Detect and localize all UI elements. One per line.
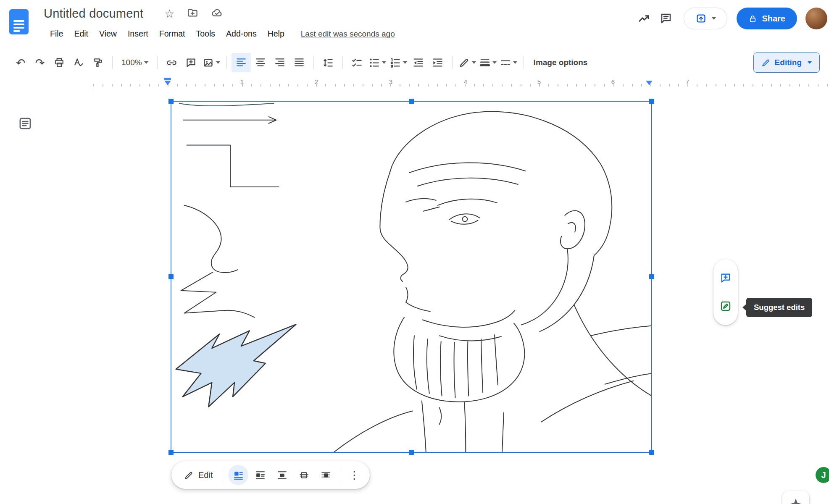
divider bbox=[524, 56, 524, 69]
move-to-folder-icon[interactable] bbox=[187, 7, 198, 20]
border-weight-button[interactable] bbox=[478, 53, 498, 72]
zoom-value: 100% bbox=[121, 58, 142, 67]
presence-badge: J bbox=[816, 467, 829, 483]
menu-bar: File Edit View Insert Format Tools Add-o… bbox=[45, 27, 395, 41]
add-comment-margin-button[interactable] bbox=[716, 269, 735, 287]
in-front-of-text-button[interactable] bbox=[316, 465, 336, 485]
border-color-pen-button[interactable] bbox=[457, 53, 478, 72]
google-docs-window: Untitled document ☆ File bbox=[0, 0, 829, 504]
spelling-check-button[interactable] bbox=[69, 53, 88, 72]
print-button[interactable] bbox=[50, 53, 69, 72]
image-edit-label: Edit bbox=[198, 470, 213, 480]
divider bbox=[342, 56, 343, 69]
ruler-number: 7 bbox=[682, 78, 693, 85]
add-comment-button[interactable] bbox=[182, 53, 201, 72]
border-dash-caret-icon bbox=[513, 61, 517, 64]
toolbar: ↶ ↷ 100% bbox=[0, 50, 829, 76]
align-left-button[interactable] bbox=[232, 53, 251, 72]
comment-history-icon[interactable] bbox=[655, 8, 677, 29]
selected-image[interactable] bbox=[171, 101, 652, 453]
ruler-number: 2 bbox=[311, 78, 322, 85]
suggest-edits-tooltip: Suggest edits bbox=[746, 298, 812, 317]
redo-button[interactable]: ↷ bbox=[30, 53, 50, 72]
explore-button[interactable] bbox=[782, 491, 809, 504]
increase-indent-button[interactable] bbox=[428, 53, 447, 72]
editing-mode-dropdown[interactable]: Editing bbox=[753, 52, 820, 73]
numbered-list-button[interactable] bbox=[388, 53, 409, 72]
pen-caret-icon bbox=[472, 61, 476, 64]
title-row: Untitled document ☆ bbox=[44, 6, 223, 21]
divider bbox=[341, 469, 341, 481]
image-edit-button[interactable]: Edit bbox=[178, 465, 218, 485]
align-center-button[interactable] bbox=[251, 53, 270, 72]
present-caret-icon bbox=[712, 17, 716, 20]
menu-edit[interactable]: Edit bbox=[68, 27, 94, 41]
tooltip-arrow bbox=[742, 304, 746, 311]
insert-image-button[interactable] bbox=[201, 53, 222, 72]
header: Untitled document ☆ File bbox=[0, 0, 829, 49]
share-label: Share bbox=[762, 14, 785, 24]
menu-addons[interactable]: Add-ons bbox=[221, 27, 262, 41]
decrease-indent-button[interactable] bbox=[409, 53, 428, 72]
wrap-text-button[interactable] bbox=[250, 465, 270, 485]
resize-handle-bottom-right[interactable] bbox=[649, 450, 654, 455]
resize-handle-top-right[interactable] bbox=[649, 99, 654, 104]
divider bbox=[157, 56, 158, 69]
menu-file[interactable]: File bbox=[45, 27, 68, 41]
resize-handle-middle-right[interactable] bbox=[649, 274, 654, 279]
document-title[interactable]: Untitled document bbox=[40, 6, 147, 21]
page-left-edge bbox=[94, 89, 94, 504]
bulleted-list-button[interactable] bbox=[367, 53, 388, 72]
menu-format[interactable]: Format bbox=[154, 27, 191, 41]
menu-tools[interactable]: Tools bbox=[191, 27, 221, 41]
right-indent-marker[interactable] bbox=[646, 81, 653, 85]
cloud-saved-icon[interactable] bbox=[211, 7, 223, 21]
wrap-inline-button[interactable] bbox=[228, 465, 248, 485]
menu-insert[interactable]: Insert bbox=[122, 27, 154, 41]
left-indent-marker[interactable] bbox=[164, 78, 171, 85]
resize-handle-top-middle[interactable] bbox=[409, 99, 414, 104]
paint-format-button[interactable] bbox=[88, 53, 108, 72]
resize-handle-top-left[interactable] bbox=[168, 99, 174, 104]
activity-trend-icon[interactable] bbox=[633, 8, 655, 29]
insert-link-button[interactable] bbox=[162, 53, 182, 72]
resize-handle-bottom-middle[interactable] bbox=[409, 450, 414, 455]
margin-quick-actions bbox=[713, 259, 738, 325]
menu-view[interactable]: View bbox=[94, 27, 122, 41]
align-right-button[interactable] bbox=[270, 53, 289, 72]
docs-logo-icon[interactable] bbox=[9, 9, 29, 34]
numbered-list-caret-icon bbox=[403, 61, 407, 64]
zoom-control[interactable]: 100% bbox=[117, 53, 153, 72]
ruler-number: 3 bbox=[385, 78, 397, 85]
document-outline-button[interactable] bbox=[14, 113, 36, 134]
horizontal-ruler[interactable]: 1 2 3 4 5 6 7 bbox=[0, 77, 829, 89]
checklist-button[interactable] bbox=[347, 53, 367, 72]
present-button[interactable] bbox=[684, 8, 727, 29]
star-document-icon[interactable]: ☆ bbox=[164, 8, 174, 19]
ruler-number: 5 bbox=[533, 78, 545, 85]
break-text-button[interactable] bbox=[272, 465, 292, 485]
bulleted-list-caret-icon bbox=[382, 61, 386, 64]
suggest-edits-button[interactable] bbox=[716, 297, 735, 315]
align-justify-button[interactable] bbox=[289, 53, 309, 72]
image-options-button[interactable]: Image options bbox=[534, 58, 588, 67]
line-spacing-button[interactable] bbox=[318, 53, 338, 72]
image-more-options-button[interactable]: ⋮ bbox=[345, 469, 363, 481]
border-weight-caret-icon bbox=[492, 61, 497, 64]
divider bbox=[112, 56, 113, 69]
ruler-number: 4 bbox=[460, 78, 471, 85]
ruler-number: 6 bbox=[607, 78, 619, 85]
share-button[interactable]: Share bbox=[737, 8, 797, 29]
zoom-caret-icon bbox=[144, 61, 148, 64]
resize-handle-middle-left[interactable] bbox=[168, 274, 174, 279]
resize-handle-bottom-left[interactable] bbox=[168, 450, 174, 455]
divider bbox=[223, 469, 223, 481]
behind-text-button[interactable] bbox=[294, 465, 314, 485]
account-avatar[interactable] bbox=[805, 8, 827, 29]
last-edit-link[interactable]: Last edit was seconds ago bbox=[301, 29, 395, 39]
undo-button[interactable]: ↶ bbox=[11, 53, 30, 72]
editing-mode-caret-icon bbox=[808, 61, 812, 64]
menu-help[interactable]: Help bbox=[262, 27, 290, 41]
border-dash-button[interactable] bbox=[498, 53, 519, 72]
image-context-toolbar: Edit bbox=[171, 461, 370, 489]
